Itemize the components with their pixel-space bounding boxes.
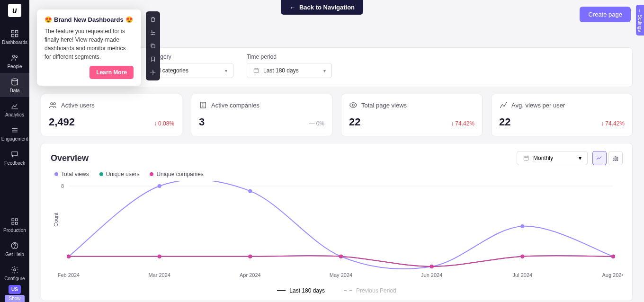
tooltip-title-text: Brand New Dashboards [54, 16, 124, 23]
line-view-button[interactable] [592, 151, 607, 165]
bar-view-button[interactable] [608, 151, 623, 165]
category-filter-group: Category All categories ▾ [148, 53, 233, 78]
svg-point-20 [51, 103, 53, 105]
svg-text:Jul 2024: Jul 2024 [513, 272, 533, 278]
metric-delta: ↓0.08% [154, 120, 174, 127]
overview-card: Overview Monthly ▾ Total views Unique us… [41, 143, 633, 301]
bookmark-icon[interactable] [148, 55, 158, 63]
calendar-icon [523, 155, 529, 161]
metric-value: 3 [199, 116, 205, 128]
calendar-icon [253, 67, 259, 74]
svg-point-42 [520, 224, 524, 228]
production-icon [10, 217, 19, 226]
svg-point-56 [520, 255, 524, 258]
chart-svg: 8Feb 2024Mar 2024Apr 2024May 2024Jun 202… [51, 181, 623, 281]
svg-rect-10 [16, 222, 18, 225]
legend-label: Unique users [106, 171, 140, 178]
feedback-icon [10, 150, 19, 159]
eye-icon [349, 101, 358, 109]
period-current[interactable]: Last 180 days [277, 287, 325, 294]
period-label: Previous Period [356, 287, 396, 294]
metric-page-views[interactable]: Total page views 22 ↓74.42% [341, 94, 483, 136]
sidebar-item-engagement[interactable]: Engagement [0, 121, 29, 145]
svg-rect-24 [524, 156, 528, 160]
interval-select[interactable]: Monthly ▾ [517, 151, 588, 165]
metric-label: Active users [61, 102, 95, 109]
svg-text:8: 8 [61, 183, 64, 189]
heart-eyes-emoji-icon: 😍 [125, 16, 133, 23]
svg-rect-1 [16, 30, 18, 33]
settings-tab[interactable]: ← Settings [636, 5, 644, 36]
sidebar-item-analytics[interactable]: Analytics [0, 97, 29, 121]
svg-point-51 [67, 255, 71, 258]
arrow-left-icon: ← [289, 4, 295, 11]
learn-more-button[interactable]: Learn More [89, 66, 134, 79]
sidebar-item-dashboards[interactable]: Dashboards [0, 25, 29, 49]
sidebar-item-label: Dashboards [2, 40, 27, 45]
user-badge[interactable]: US [9, 285, 21, 294]
metric-delta: ↓74.42% [451, 120, 474, 127]
engagement-icon [10, 126, 19, 134]
metric-delta: — 0% [309, 120, 324, 127]
arrow-left-icon: ← [637, 9, 643, 13]
svg-point-53 [248, 255, 252, 258]
svg-point-13 [14, 269, 16, 271]
svg-point-12 [15, 247, 15, 248]
legend-dot-icon [54, 172, 58, 176]
svg-rect-2 [11, 35, 14, 37]
sidebar-item-feedback[interactable]: Feedback [0, 145, 29, 169]
create-page-button[interactable]: Create page [580, 7, 631, 22]
legend-total-views[interactable]: Total views [54, 171, 89, 178]
svg-point-23 [352, 104, 355, 107]
sidebar-item-label: Configure [4, 276, 25, 281]
metric-label: Total page views [361, 102, 407, 109]
sidebar-item-label: Production [3, 228, 26, 233]
metric-label: Avg. views per user [511, 102, 565, 109]
back-nav-label: Back to Navigation [299, 4, 355, 11]
category-select[interactable]: All categories ▾ [148, 63, 233, 78]
period-previous[interactable]: Previous Period [344, 287, 396, 294]
trash-icon[interactable] [148, 15, 158, 24]
chart: Count 8Feb 2024Mar 2024Apr 2024May 2024J… [51, 181, 623, 281]
sidebar-item-gethelp[interactable]: Get Help [0, 237, 29, 261]
period-label: Last 180 days [289, 287, 325, 294]
sidebar-item-data[interactable]: Data [0, 73, 29, 97]
metric-avg-views[interactable]: Avg. views per user 22 ↓74.42% [491, 94, 633, 136]
svg-rect-19 [254, 69, 258, 73]
sidebar-item-production[interactable]: Production [0, 213, 29, 237]
metric-value: 2,492 [49, 116, 75, 128]
filter-label: Category [148, 53, 233, 60]
copy-icon[interactable] [148, 42, 158, 50]
target-icon[interactable] [148, 68, 158, 77]
metric-active-users[interactable]: Active users 2,492 ↓0.08% [41, 94, 182, 136]
period-select[interactable]: Last 180 days ▾ [247, 63, 332, 78]
arrow-down-icon: ↓ [601, 120, 604, 127]
back-to-navigation-button[interactable]: ← Back to Navigation [281, 0, 363, 15]
show-button[interactable]: Show [5, 295, 24, 302]
legend-dot-icon [150, 172, 153, 176]
sidebar-item-label: Get Help [5, 252, 24, 257]
analytics-icon [10, 102, 19, 110]
metric-active-companies[interactable]: Active companies 3 — 0% [191, 94, 332, 136]
svg-text:Feb 2024: Feb 2024 [58, 272, 80, 278]
sidebar-item-people[interactable]: People [0, 49, 29, 73]
tune-icon[interactable] [148, 28, 158, 37]
svg-rect-9 [12, 222, 14, 225]
metric-value: 22 [499, 116, 510, 128]
logo[interactable]: u [8, 4, 21, 17]
legend-label: Unique companies [156, 171, 203, 178]
sidebar: u Dashboards People Data Analytics Engag… [0, 0, 29, 302]
period-legend: Last 180 days Previous Period [51, 287, 623, 294]
select-value: Last 180 days [263, 67, 299, 74]
svg-point-52 [158, 255, 161, 258]
period-filter-group: Time period Last 180 days ▾ [247, 53, 332, 78]
legend-unique-users[interactable]: Unique users [99, 171, 140, 178]
svg-point-6 [12, 79, 18, 81]
legend-unique-companies[interactable]: Unique companies [150, 171, 203, 178]
delta-value: 0.08% [158, 120, 174, 127]
svg-point-38 [158, 184, 161, 188]
sidebar-item-configure[interactable]: Configure [0, 261, 29, 285]
legend-dot-icon [99, 172, 103, 176]
delta-value: 74.42% [455, 120, 474, 127]
svg-rect-7 [12, 219, 14, 221]
